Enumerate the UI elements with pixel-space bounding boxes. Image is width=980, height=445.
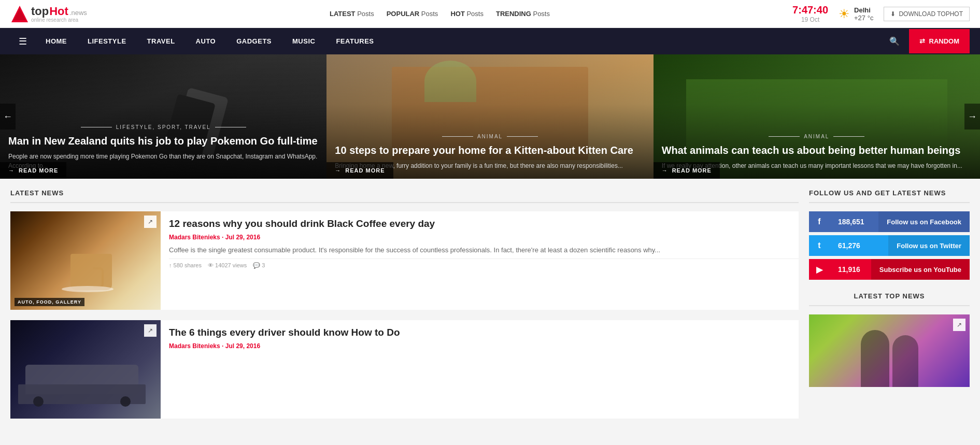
article-2-info: The 6 things every driver should know Ho… (169, 320, 799, 419)
random-button[interactable]: ⇄ RANDOM (909, 29, 970, 53)
weather-block: ☀ Delhi +27 °c (839, 6, 873, 22)
slide-2-content: ANIMAL 10 steps to prepare your home for… (326, 54, 653, 179)
social-section-title: FOLLOW US AND GET LATEST NEWS (809, 189, 970, 203)
download-label: DOWNLOAD TOPHOT (899, 10, 963, 18)
right-sidebar: FOLLOW US AND GET LATEST NEWS f 188,651 … (809, 189, 970, 429)
carousel-slide-2: ANIMAL 10 steps to prepare your home for… (326, 54, 653, 179)
slide-2-read-more[interactable]: READ MORE (326, 162, 393, 179)
carousel-next[interactable]: → (964, 104, 980, 130)
nav-hot[interactable]: HOT Posts (450, 10, 484, 18)
site-header: top Hot .news online research area LATES… (0, 0, 980, 28)
youtube-follow-text: Subscribe us on YouTube (871, 259, 970, 280)
slide-2-title: 10 steps to prepare your home for a Kitt… (335, 143, 645, 157)
article-1-excerpt: Coffee is the single greatest consumable… (169, 245, 799, 256)
article-1-external-link[interactable]: ↗ (144, 216, 157, 228)
clock-date: 19 Oct (792, 16, 828, 23)
random-label: RANDOM (929, 37, 960, 45)
nav-auto[interactable]: AUTO (186, 29, 226, 53)
download-icon: ⬇ (890, 10, 896, 18)
nav-home[interactable]: HOME (35, 29, 77, 53)
main-navbar: ☰ HOME LIFESTYLE TRAVEL AUTO GADGETS MUS… (0, 28, 980, 54)
nav-trending[interactable]: TRENDING Posts (496, 10, 550, 18)
weather-temp: +27 °c (854, 14, 873, 22)
nav-popular[interactable]: POPULAR Posts (387, 10, 438, 18)
nav-lifestyle[interactable]: LIFESTYLE (77, 29, 137, 53)
weather-info: Delhi +27 °c (854, 6, 873, 22)
article-1-author: Madars Bitenieks (169, 234, 220, 241)
download-button[interactable]: ⬇ DOWNLOAD TOPHOT (884, 7, 970, 21)
youtube-count: 11,916 (830, 259, 871, 280)
slide-3-category: ANIMAL (662, 134, 972, 139)
slide-2-category: ANIMAL (335, 134, 645, 139)
carousel-slide-1: LIFESTYLE, SPORT, TRAVEL Man in New Zeal… (0, 54, 326, 179)
slide-3-read-more[interactable]: READ MORE (654, 162, 720, 179)
article-1-thumbnail: ↗ AUTO, FOOD, GALLERY (10, 211, 161, 310)
sun-icon: ☀ (839, 7, 850, 21)
twitter-icon: t (809, 235, 830, 256)
article-1-title[interactable]: 12 reasons why you should drink Black Co… (169, 218, 799, 231)
slide-1-content: LIFESTYLE, SPORT, TRAVEL Man in New Zeal… (0, 54, 326, 179)
top-news-external-link[interactable]: ↗ (953, 319, 965, 331)
article-1-info: 12 reasons why you should drink Black Co… (169, 211, 799, 310)
facebook-follow-text: Follow us on Facebook (878, 211, 970, 232)
article-1-views: 👁 14027 views (208, 262, 247, 269)
logo-area: top Hot .news online research area (10, 5, 87, 23)
weather-city: Delhi (854, 6, 873, 14)
coffee-image (10, 211, 161, 310)
hamburger-menu[interactable]: ☰ (10, 36, 35, 47)
header-right: 7:47:40 19 Oct ☀ Delhi +27 °c ⬇ DOWNLOAD… (792, 4, 970, 23)
latest-top-news-section: LATEST TOP NEWS ↗ (809, 292, 970, 387)
time-block: 7:47:40 19 Oct (792, 4, 828, 23)
car-image (10, 320, 161, 419)
article-2-thumbnail: ↗ (10, 320, 161, 419)
article-1-date: Jul 29, 2016 (225, 234, 260, 241)
latest-top-news-title: LATEST TOP NEWS (809, 292, 970, 306)
twitter-count: 61,276 (830, 235, 888, 256)
nav-music[interactable]: MUSIC (282, 29, 325, 53)
article-1-comments: 💬 3 (253, 262, 265, 269)
person-2 (892, 335, 918, 387)
youtube-subscribe-button[interactable]: ▶ 11,916 Subscribe us on YouTube (809, 259, 970, 280)
search-button[interactable]: 🔍 (880, 28, 909, 54)
facebook-icon: f (809, 211, 830, 232)
logo-text: top Hot .news (31, 5, 87, 18)
article-1-tags: AUTO, FOOD, GALLERY (15, 296, 84, 306)
clock-time: 7:47:40 (792, 4, 828, 16)
twitter-follow-button[interactable]: t 61,276 Follow us on Twitter (809, 235, 970, 256)
news-card-2: ↗ The 6 things every driver should know … (10, 320, 799, 419)
nav-gadgets[interactable]: GADGETS (226, 29, 282, 53)
article-1-tag: AUTO, FOOD, GALLERY (15, 298, 84, 306)
article-2-title[interactable]: The 6 things every driver should know Ho… (169, 326, 799, 339)
slide-3-title: What animals can teach us about being be… (662, 143, 972, 157)
news-card-1: ↗ AUTO, FOOD, GALLERY 12 reasons why you… (10, 211, 799, 310)
nav-travel[interactable]: TRAVEL (137, 29, 186, 53)
carousel: ← LIFESTYLE, SPORT, TRAVEL Man in New Ze… (0, 54, 980, 179)
nav-features[interactable]: FEATURES (325, 29, 384, 53)
article-1-date-separator: · (222, 234, 225, 241)
article-1-shares: ↑ 580 shares (169, 262, 202, 269)
logo-dot-news: .news (69, 9, 87, 17)
navbar-items: HOME LIFESTYLE TRAVEL AUTO GADGETS MUSIC… (35, 29, 385, 53)
carousel-prev[interactable]: ← (0, 104, 16, 130)
person-1 (861, 330, 889, 387)
latest-top-news-image: ↗ (809, 314, 970, 387)
slide-3-content: ANIMAL What animals can teach us about b… (654, 54, 980, 179)
logo-top: top (31, 5, 49, 18)
random-icon: ⇄ (919, 37, 925, 45)
logo-subtitle: online research area (31, 17, 87, 23)
logo-icon (10, 5, 29, 23)
carousel-slide-3: ANIMAL What animals can teach us about b… (654, 54, 980, 179)
article-2-external-link[interactable]: ↗ (144, 324, 157, 337)
article-1-stats: ↑ 580 shares 👁 14027 views 💬 3 (169, 259, 799, 272)
youtube-icon: ▶ (809, 259, 830, 280)
slide-1-read-more[interactable]: READ MORE (0, 162, 66, 179)
latest-news-title: LATEST NEWS (10, 189, 799, 203)
facebook-follow-button[interactable]: f 188,651 Follow us on Facebook (809, 211, 970, 232)
article-2-byline: Madars Bitenieks · Jul 29, 2016 (169, 342, 799, 350)
top-news-bg (809, 314, 970, 387)
nav-latest[interactable]: LATEST Posts (330, 10, 374, 18)
slide-1-category: LIFESTYLE, SPORT, TRAVEL (8, 124, 318, 130)
social-follow-section: FOLLOW US AND GET LATEST NEWS f 188,651 … (809, 189, 970, 280)
header-nav: LATEST Posts POPULAR Posts HOT Posts TRE… (330, 10, 550, 18)
article-2-author: Madars Bitenieks (169, 342, 220, 350)
